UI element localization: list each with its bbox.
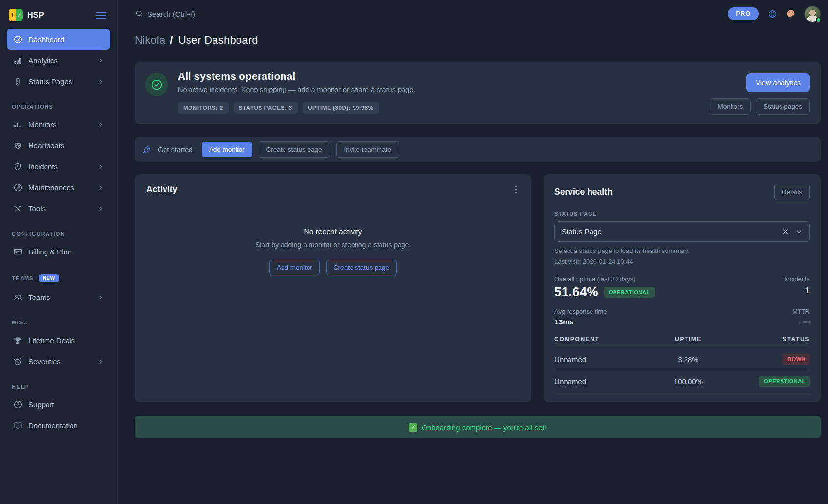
mttr-value: —: [792, 318, 810, 326]
status-title: All systems operational: [178, 70, 415, 82]
sidebar-item-heartbeats[interactable]: Heartbeats: [7, 135, 110, 156]
sidebar-section-operations: OPERATIONS: [12, 104, 105, 110]
analytics-icon: [13, 56, 23, 66]
sidebar-item-label: Billing & Plan: [28, 248, 71, 256]
incidents-value: 1: [784, 286, 810, 296]
sidebar-item-status-pages[interactable]: Status Pages: [7, 71, 110, 92]
service-health-title: Service health: [554, 187, 613, 197]
search-input[interactable]: [147, 10, 314, 18]
sidebar-item-teams[interactable]: Teams: [7, 287, 110, 308]
sidebar-item-maintenances[interactable]: Maintenances: [7, 177, 110, 198]
system-status-card: All systems operational No active incide…: [135, 62, 821, 124]
sidebar-item-label: Maintenances: [28, 183, 74, 192]
sidebar-item-label: Teams: [28, 293, 50, 301]
status-pages-button[interactable]: Status pages: [756, 98, 810, 115]
sidebar-item-label: Tools: [28, 205, 46, 213]
monitors-button[interactable]: Monitors: [710, 98, 751, 115]
status-subtitle: No active incidents. Keep shipping — add…: [178, 86, 415, 93]
theme-palette-icon[interactable]: [786, 9, 796, 19]
brand-name: HSP: [27, 11, 90, 20]
sidebar-item-billing[interactable]: Billing & Plan: [7, 241, 110, 262]
sidebar-item-label: Lifetime Deals: [28, 336, 75, 344]
chevron-right-icon: [97, 121, 104, 128]
logo-check-half: ✓: [16, 9, 23, 21]
down-status-badge: DOWN: [783, 354, 810, 365]
pro-plan-badge[interactable]: PRO: [728, 7, 759, 20]
table-row: Unnamed 3.28% DOWN: [554, 348, 810, 370]
service-health-card: Service health Details STATUS PAGE Statu…: [544, 174, 821, 402]
logo-tail: [10, 20, 13, 21]
maintenances-icon: [13, 183, 23, 193]
documentation-icon: [13, 421, 23, 431]
brand-header: ! ✓ HSP: [7, 6, 110, 29]
sidebar-item-label: Analytics: [28, 56, 58, 65]
get-started-label: Get started: [158, 146, 193, 154]
page-title: User Dashboard: [178, 34, 258, 46]
details-button[interactable]: Details: [774, 184, 810, 200]
sidebar-item-documentation[interactable]: Documentation: [7, 415, 110, 436]
kebab-menu-icon[interactable]: [512, 184, 520, 195]
online-status-dot: [816, 17, 821, 23]
onboarding-banner: Onboarding complete — you're all set!: [135, 416, 821, 438]
invite-teammate-button[interactable]: Invite teammate: [336, 141, 399, 158]
create-status-page-button[interactable]: Create status page: [326, 260, 397, 275]
breadcrumb-parent[interactable]: Nikola: [135, 34, 165, 46]
sidebar-section-misc: MISC: [12, 320, 105, 325]
app-root: ! ✓ HSP Dashboard Analytics Status Pag: [0, 0, 828, 504]
mttr-label: MTTR: [792, 308, 810, 315]
add-monitor-button[interactable]: Add monitor: [202, 142, 252, 157]
hamburger-menu-icon[interactable]: [95, 10, 108, 21]
status-stat-pills: MONITORS: 2 STATUS PAGES: 3 UPTIME (30D)…: [178, 102, 415, 114]
sidebar-item-monitors[interactable]: Monitors: [7, 114, 110, 135]
activity-title: Activity: [146, 184, 177, 195]
sidebar-item-label: Incidents: [28, 162, 58, 171]
check-icon: [409, 423, 417, 432]
component-name: Unnamed: [554, 377, 648, 386]
logo-alert-half: !: [9, 9, 16, 21]
table-header-row: COMPONENT UPTIME STATUS: [554, 336, 810, 348]
get-started-bar: Get started Add monitor Create status pa…: [135, 137, 821, 162]
sidebar-item-severities[interactable]: Severities: [7, 351, 110, 372]
lifetime-deals-icon: [13, 336, 23, 345]
component-name: Unnamed: [554, 355, 648, 364]
create-status-page-button[interactable]: Create status page: [259, 141, 330, 158]
dashboard-icon: [13, 35, 23, 45]
chevron-right-icon: [97, 78, 104, 85]
sidebar-item-label: Monitors: [28, 120, 57, 129]
sidebar-section-configuration: CONFIGURATION: [12, 231, 105, 237]
tools-icon: [13, 204, 23, 214]
component-column-header: COMPONENT: [554, 336, 648, 343]
chevron-right-icon: [97, 57, 104, 64]
sidebar-item-dashboard[interactable]: Dashboard: [7, 29, 110, 50]
sidebar-item-lifetime-deals[interactable]: Lifetime Deals: [7, 330, 110, 351]
view-analytics-button[interactable]: View analytics: [746, 73, 810, 92]
sidebar-item-analytics[interactable]: Analytics: [7, 50, 110, 71]
empty-state-title: No recent activity: [146, 228, 520, 236]
overall-uptime-label: Overall uptime (last 30 days): [554, 275, 655, 283]
user-avatar[interactable]: [804, 6, 821, 22]
add-monitor-button[interactable]: Add monitor: [269, 260, 320, 275]
severities-icon: [13, 357, 23, 367]
sidebar-item-label: Documentation: [28, 421, 78, 430]
language-globe-icon[interactable]: [768, 9, 777, 19]
component-uptime: 100.00%: [648, 377, 729, 386]
clear-selection-icon[interactable]: [782, 229, 789, 235]
chevron-down-icon[interactable]: [795, 228, 803, 235]
sidebar-item-tools[interactable]: Tools: [7, 198, 110, 219]
table-row: Unnamed 100.00% OPERATIONAL: [554, 370, 810, 392]
status-page-select[interactable]: Status Page: [554, 221, 810, 242]
avg-response-value: 13ms: [554, 318, 607, 326]
onboarding-banner-text: Onboarding complete — you're all set!: [422, 423, 546, 432]
sidebar-item-incidents[interactable]: Incidents: [7, 156, 110, 177]
uptime-30d-pill: UPTIME (30D): 99.98%: [303, 102, 379, 114]
sidebar-item-support[interactable]: Support: [7, 394, 110, 415]
support-icon: [13, 400, 23, 410]
operational-check-icon: [145, 73, 168, 96]
status-page-select-value: Status Page: [562, 228, 602, 236]
topbar-actions: PRO: [728, 6, 821, 22]
sidebar: ! ✓ HSP Dashboard Analytics Status Pag: [0, 0, 118, 504]
overall-uptime-value: 51.64%: [554, 284, 598, 299]
chevron-right-icon: [97, 163, 104, 170]
search-box[interactable]: [135, 9, 728, 18]
status-pages-count-pill: STATUS PAGES: 3: [234, 102, 298, 114]
